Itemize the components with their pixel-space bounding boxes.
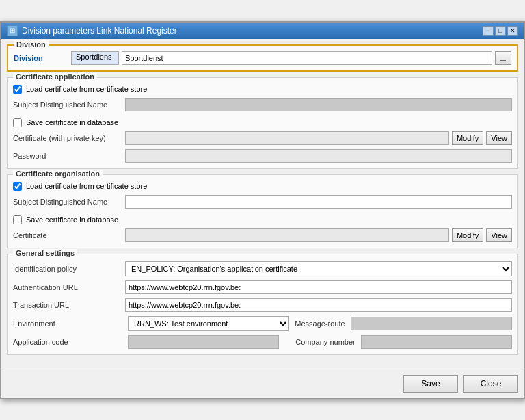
app-code-input[interactable] <box>128 335 279 349</box>
auth-url-input[interactable] <box>125 280 512 294</box>
window-icon: ⊞ <box>7 25 18 36</box>
id-policy-select[interactable]: EN_POLICY: Organisation's application ce… <box>125 261 512 276</box>
cert-app-subject-label: Subject Distinguished Name <box>13 101 122 109</box>
cert-org-cert-label: Certificate <box>13 231 122 239</box>
cert-app-subject-row: Subject Distinguished Name <box>13 98 512 111</box>
save-button[interactable]: Save <box>403 375 458 393</box>
cert-org-load-row: Load certificate from certificate store <box>13 182 512 191</box>
msg-route-input[interactable] <box>351 317 512 330</box>
app-code-label: Application code <box>13 338 122 346</box>
division-group: Division Division Sportdiens ... <box>7 44 518 72</box>
window-title: Division parameters Link National Regist… <box>22 26 177 36</box>
cert-app-load-label: Load certificate from certificate store <box>26 85 147 93</box>
maximize-button[interactable]: □ <box>495 26 506 36</box>
id-policy-row: Identification policy EN_POLICY: Organis… <box>13 261 512 276</box>
division-row: Division Sportdiens ... <box>14 51 511 65</box>
cert-app-modify-button[interactable]: Modify <box>452 131 483 145</box>
footer-bar: Save Close <box>1 369 524 398</box>
cert-app-save-label: Save certificate in database <box>26 118 118 127</box>
auth-url-row: Authentication URL <box>13 280 512 294</box>
close-button[interactable]: ✕ <box>507 26 518 36</box>
cert-org-group: Certificate organisation Load certificat… <box>7 174 518 248</box>
division-group-label: Division <box>14 40 49 49</box>
cert-app-password-input[interactable] <box>125 149 512 163</box>
cert-app-password-row: Password <box>13 149 512 163</box>
app-code-row: Application code Company number <box>13 335 512 349</box>
minimize-button[interactable]: − <box>483 26 494 36</box>
cert-app-private-input[interactable] <box>125 131 449 145</box>
main-window: ⊞ Division parameters Link National Regi… <box>0 21 525 399</box>
trans-url-input[interactable] <box>125 298 512 312</box>
cert-org-load-label: Load certificate from certificate store <box>26 182 147 190</box>
division-short-value: Sportdiens <box>71 51 119 65</box>
cert-org-modify-button[interactable]: Modify <box>452 228 483 242</box>
cert-org-subject-label: Subject Distinguished Name <box>13 198 122 206</box>
auth-url-label: Authentication URL <box>13 283 122 291</box>
general-group-label: General settings <box>13 249 77 257</box>
msg-route-label: Message-route <box>295 319 345 328</box>
cert-org-save-checkbox[interactable] <box>13 215 22 224</box>
cert-app-group-label: Certificate application <box>13 73 97 81</box>
cert-org-subject-input[interactable] <box>125 195 512 209</box>
cert-org-save-row: Save certificate in database <box>13 215 512 224</box>
cert-org-load-checkbox[interactable] <box>13 182 22 191</box>
cert-app-save-checkbox[interactable] <box>13 118 22 127</box>
division-field-label: Division <box>14 54 68 62</box>
cert-org-subject-row: Subject Distinguished Name <box>13 195 512 209</box>
window-content: Division Division Sportdiens ... Certifi… <box>1 39 524 366</box>
id-policy-label: Identification policy <box>13 265 122 273</box>
trans-url-row: Transaction URL <box>13 298 512 312</box>
general-settings-group: General settings Identification policy E… <box>7 254 518 355</box>
cert-app-subject-input[interactable] <box>125 98 512 111</box>
cert-application-group: Certificate application Load certificate… <box>7 77 518 169</box>
cert-org-view-button[interactable]: View <box>486 228 512 242</box>
cert-app-load-checkbox[interactable] <box>13 85 22 94</box>
cert-app-load-row: Load certificate from certificate store <box>13 85 512 94</box>
division-browse-button[interactable]: ... <box>495 51 511 65</box>
company-num-label: Company number <box>295 338 355 346</box>
cert-app-password-label: Password <box>13 152 122 160</box>
cert-org-cert-row: Certificate Modify View <box>13 228 512 242</box>
cert-app-private-label: Certificate (with private key) <box>13 134 122 142</box>
trans-url-label: Transaction URL <box>13 301 122 309</box>
title-bar: ⊞ Division parameters Link National Regi… <box>1 23 524 39</box>
env-select[interactable]: RRN_WS: Test environment <box>128 316 289 331</box>
cert-org-cert-input[interactable] <box>125 228 449 242</box>
env-row: Environment RRN_WS: Test environment Mes… <box>13 316 512 331</box>
division-name-input[interactable] <box>122 51 492 65</box>
cert-app-view-button[interactable]: View <box>486 131 512 145</box>
cert-org-save-label: Save certificate in database <box>26 215 118 224</box>
cert-app-save-row: Save certificate in database <box>13 118 512 127</box>
title-controls: − □ ✕ <box>483 26 518 36</box>
cert-org-group-label: Certificate organisation <box>13 170 103 178</box>
company-num-input[interactable] <box>361 335 512 349</box>
close-button-footer[interactable]: Close <box>463 375 518 393</box>
env-label: Environment <box>13 319 122 328</box>
cert-app-private-row: Certificate (with private key) Modify Vi… <box>13 131 512 145</box>
title-bar-left: ⊞ Division parameters Link National Regi… <box>7 25 177 36</box>
